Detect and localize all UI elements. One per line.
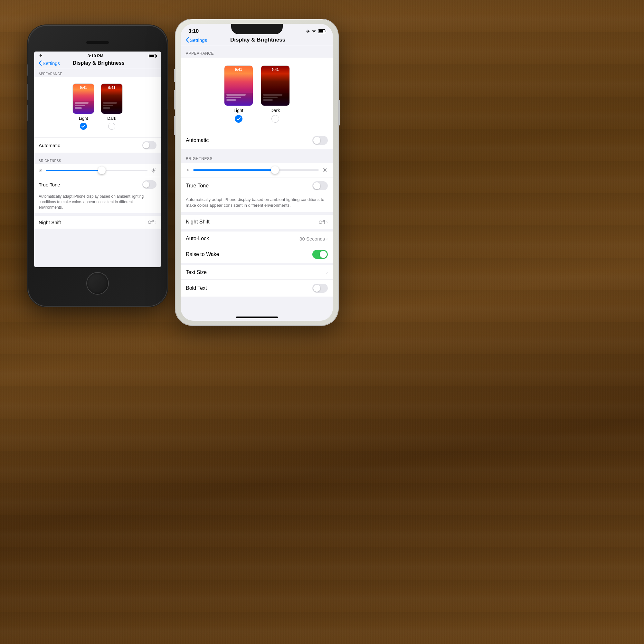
bar-1	[226, 94, 246, 96]
se-night-shift-status: Off	[148, 220, 154, 225]
se-status-icons	[149, 54, 156, 58]
speaker-grille	[86, 41, 109, 44]
iphone11-night-shift-value: Off ›	[319, 219, 328, 225]
power-button[interactable]	[167, 90, 168, 109]
bar-3	[103, 107, 110, 109]
iphone11-dark-time: 9:41	[261, 68, 289, 71]
bar-2	[226, 97, 241, 98]
bar-1	[103, 102, 117, 104]
iphone11-status-icons: ✈	[306, 29, 325, 34]
se-automatic-toggle[interactable]	[142, 141, 156, 149]
iphone11-night-shift-chevron: ›	[326, 219, 328, 224]
se-light-time: 9:41	[73, 86, 94, 90]
iphone11-raise-to-wake-thumb	[320, 251, 327, 258]
se-brightness-header: BRIGHTNESS	[34, 155, 161, 164]
iphone11-dark-option[interactable]: 9:41 Dark	[261, 65, 290, 123]
se-automatic-row[interactable]: Automatic	[34, 138, 161, 153]
iphone11-dark-radio[interactable]	[271, 115, 279, 123]
battery-11-icon	[318, 29, 325, 33]
iphone11-auto-lock-status: 30 Seconds	[299, 236, 325, 241]
iphone11-light-radio[interactable]	[235, 115, 242, 123]
iphone11-brightness-track[interactable]	[193, 169, 319, 171]
iphone11-appearance-header: APPEARANCE	[181, 46, 333, 58]
bar-3	[75, 107, 82, 109]
se-light-radio[interactable]	[80, 123, 87, 130]
iphone11-dark-bars	[261, 93, 289, 106]
iphone11-text-size-row[interactable]: Text Size ›	[181, 265, 333, 279]
iphone11-automatic-toggle[interactable]	[312, 136, 328, 145]
airplane-mode-icon: ✈	[39, 54, 42, 58]
iphone11-automatic-toggle-thumb	[313, 137, 320, 144]
iphone11-brightness-row[interactable]: ☀ ☀	[181, 163, 333, 177]
iphone11-automatic-label: Automatic	[186, 137, 209, 143]
se-brightness-track[interactable]	[46, 170, 147, 171]
iphone11-brightness-thumb[interactable]	[271, 166, 279, 174]
iphone11-true-tone-row[interactable]: True Tone	[181, 177, 333, 194]
iphone11-light-option[interactable]: 9:41 Light	[224, 65, 253, 123]
volume-down-button[interactable]	[27, 105, 28, 121]
home-button[interactable]	[86, 272, 109, 295]
iphone11-bold-text-toggle[interactable]	[312, 284, 328, 293]
volume-down-11[interactable]	[174, 116, 175, 135]
iphone11-auto-lock-chevron: ›	[326, 236, 328, 241]
iphone11-raise-to-wake-toggle[interactable]	[312, 250, 328, 259]
se-brightness-row[interactable]: ☀ ☀	[34, 164, 161, 177]
iphone11-auto-lock-row[interactable]: Auto-Lock 30 Seconds ›	[181, 232, 333, 246]
se-light-label: Light	[79, 116, 88, 121]
se-time: 3:10 PM	[88, 53, 103, 58]
brightness-low-icon: ☀	[39, 168, 43, 173]
iphone11-nav-bar: Settings Display & Brightness	[181, 35, 333, 46]
bar-3	[226, 99, 236, 101]
iphone11-separator-4	[181, 263, 333, 265]
power-button-11[interactable]	[338, 100, 340, 126]
notch	[231, 24, 283, 34]
iphone11-light-preview: 9:41	[224, 65, 253, 106]
se-separator-2	[34, 213, 161, 216]
battery-fill	[149, 55, 154, 57]
wifi-11-icon	[311, 29, 317, 33]
iphone11-bold-text-row[interactable]: Bold Text	[181, 280, 333, 297]
iphone11-night-shift-row[interactable]: Night Shift Off ›	[181, 215, 333, 229]
brightness-low-icon-11: ☀	[186, 167, 190, 173]
iphone11-auto-lock-label: Auto-Lock	[186, 236, 209, 241]
se-true-tone-row[interactable]: True Tone	[34, 177, 161, 192]
iphone11-nav-title: Display & Brightness	[188, 37, 328, 43]
se-true-tone-toggle[interactable]	[142, 180, 156, 189]
se-nav-bar: Settings Display & Brightness	[34, 60, 161, 68]
battery-11-fill	[319, 30, 323, 33]
se-night-shift-chevron: ›	[155, 220, 156, 225]
se-dark-option[interactable]: 9:41 Dark	[101, 83, 123, 130]
iphone11-raise-to-wake-label: Raise to Wake	[186, 251, 219, 257]
se-separator-1	[34, 153, 161, 155]
iphone11-text-size-chevron: ›	[326, 270, 328, 275]
iphone11-light-label: Light	[233, 108, 243, 113]
bar-2	[263, 97, 278, 98]
iphone11-separator-3	[181, 229, 333, 232]
se-brightness-thumb[interactable]	[98, 166, 106, 174]
iphone11-appearance-section: 9:41 Light	[181, 58, 333, 132]
se-night-shift-value: Off ›	[148, 220, 156, 225]
se-status-bar: ✈ 3:10 PM	[34, 52, 161, 60]
iphone-se: ✈ 3:10 PM Settings	[28, 26, 167, 306]
iphone11-dark-preview: 9:41	[261, 65, 290, 106]
volume-up-11[interactable]	[174, 90, 175, 109]
bar-1	[75, 102, 89, 104]
volume-up-button[interactable]	[27, 84, 28, 100]
iphone11-separator-2	[181, 212, 333, 215]
se-dark-label: Dark	[107, 116, 116, 121]
iphone11-true-tone-thumb	[313, 182, 320, 189]
iphone11-true-tone-description: Automatically adapt iPhone display based…	[181, 194, 333, 212]
bar-2	[103, 105, 113, 106]
se-true-tone-label: True Tone	[39, 182, 60, 187]
se-night-shift-row[interactable]: Night Shift Off ›	[34, 216, 161, 229]
brightness-high-icon-11: ☀	[322, 166, 328, 174]
iphone11-true-tone-label: True Tone	[186, 183, 209, 189]
iphone11-raise-to-wake-row[interactable]: Raise to Wake	[181, 246, 333, 263]
iphone11-automatic-row[interactable]: Automatic	[181, 132, 333, 149]
iphone11-dark-label: Dark	[270, 108, 280, 113]
iphone11-night-shift-status: Off	[319, 219, 325, 225]
se-dark-radio[interactable]	[108, 123, 115, 130]
iphone11-night-shift-label: Night Shift	[186, 219, 210, 225]
iphone11-true-tone-toggle[interactable]	[312, 181, 328, 190]
se-light-option[interactable]: 9:41 Light	[72, 83, 94, 130]
